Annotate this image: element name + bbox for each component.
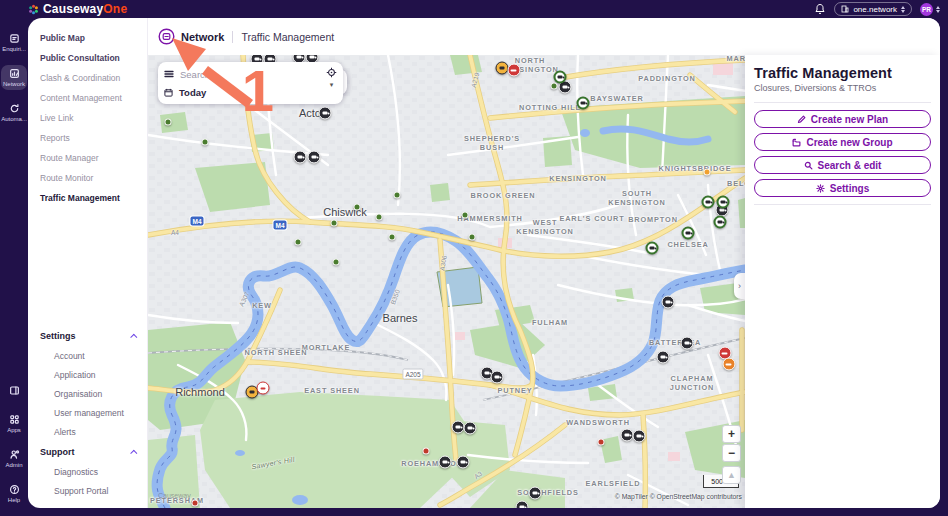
menu-hamburger-icon[interactable] [164, 69, 174, 79]
map-marker-dark[interactable] [464, 422, 477, 435]
compass-reset-button[interactable]: ▲ [722, 466, 741, 484]
map-marker-dot[interactable] [192, 500, 199, 507]
map-marker-dot[interactable] [389, 234, 396, 241]
sidebar-item-live-link[interactable]: Live Link [28, 108, 147, 128]
map-marker-dark[interactable] [529, 487, 542, 500]
notifications-bell-icon[interactable] [814, 3, 826, 15]
map-search-panel: Today ▾ [158, 62, 343, 104]
map-marker-dark[interactable] [319, 107, 332, 120]
sidebar-main-list: Public MapPublic ConsultationClash & Coo… [28, 28, 147, 208]
apps-icon [9, 414, 20, 425]
support-section-header[interactable]: Support [28, 441, 147, 462]
map-marker-orangeban[interactable] [723, 358, 736, 371]
map-marker-dark[interactable] [662, 296, 675, 309]
sidebar-item-clash-coordination[interactable]: Clash & Coordination [28, 68, 147, 88]
map-marker-green[interactable] [702, 196, 715, 209]
date-dropdown-caret[interactable]: ▾ [330, 82, 334, 88]
sidebar-item-network[interactable]: Network [1, 65, 27, 90]
sidebar-item-admin[interactable]: Admin [1, 446, 27, 471]
settings-button[interactable]: Settings [754, 179, 931, 197]
map-marker-dot[interactable] [202, 139, 209, 146]
causeway-one-logo[interactable]: CausewayOne [28, 2, 127, 16]
map-marker-dot[interactable] [394, 192, 401, 199]
map-marker-green[interactable] [717, 196, 730, 209]
map-marker-dark[interactable] [681, 337, 694, 350]
map-marker-green[interactable] [577, 97, 590, 110]
sidebar-item-enquiries[interactable]: Enquiri... [1, 30, 27, 55]
automations-icon [9, 103, 20, 114]
settings-item-organisation[interactable]: Organisation [28, 384, 147, 403]
sidebar-item-content-management[interactable]: Content Management [28, 88, 147, 108]
support-item-diagnostics[interactable]: Diagnostics [28, 462, 147, 481]
map-marker-dark[interactable] [308, 151, 321, 164]
map-marker-dot[interactable] [469, 234, 476, 241]
breadcrumb-section[interactable]: Network [181, 31, 224, 43]
map-marker-green[interactable] [714, 216, 727, 229]
gear-icon [816, 184, 825, 193]
map-marker-dark[interactable] [516, 501, 529, 509]
sidebar-item-reports[interactable]: Reports [28, 128, 147, 148]
map-marker-dark[interactable] [294, 151, 307, 164]
collapse-sidebar-button[interactable] [1, 382, 27, 399]
main-surface: Public MapPublic ConsultationClash & Coo… [28, 18, 940, 508]
user-menu[interactable]: PR [920, 3, 940, 16]
search-input[interactable] [180, 69, 300, 80]
settings-item-application[interactable]: Application [28, 365, 147, 384]
zoom-in-button[interactable]: + [722, 425, 741, 443]
map-marker-dark[interactable] [439, 456, 452, 469]
organisation-switcher[interactable]: one.network [834, 2, 912, 16]
settings-item-user-management[interactable]: User management [28, 403, 147, 422]
zoom-out-button[interactable]: − [722, 444, 741, 462]
map-marker-dark[interactable] [457, 456, 470, 469]
map-marker-dot[interactable] [333, 259, 340, 266]
map-tiles [148, 55, 745, 508]
sidebar-item-apps[interactable]: Apps [1, 411, 27, 436]
support-item-support-portal[interactable]: Support Portal [28, 481, 147, 500]
create-new-group-button[interactable]: Create new Group [754, 133, 931, 151]
map-marker-dark[interactable] [633, 430, 646, 443]
sidebar-item-route-manager[interactable]: Route Manager [28, 148, 147, 168]
map-marker-dot[interactable] [598, 439, 605, 446]
calendar-icon [164, 88, 173, 97]
map-marker-dark[interactable] [491, 371, 504, 384]
network-module-icon[interactable] [158, 28, 175, 45]
sidebar-item-traffic-management[interactable]: Traffic Management [28, 188, 147, 208]
settings-item-account[interactable]: Account [28, 346, 147, 365]
map-marker-green[interactable] [682, 227, 695, 240]
settings-section-header[interactable]: Settings [28, 325, 147, 346]
map-marker-dot[interactable] [331, 220, 338, 227]
sidebar-item-public-consultation[interactable]: Public Consultation [28, 48, 147, 68]
chevron-up-icon [130, 449, 137, 456]
date-filter-value[interactable]: Today [179, 87, 206, 98]
map-attribution: © MapTiler © OpenStreetMap contributors [615, 493, 742, 500]
locate-crosshair-icon[interactable] [326, 67, 337, 78]
map-marker-dot[interactable] [165, 119, 172, 126]
map-marker-green[interactable] [554, 71, 567, 84]
sidebar-item-automations[interactable]: Automa... [1, 100, 27, 125]
panel-expander-chevron[interactable]: › [734, 273, 745, 299]
settings-item-alerts[interactable]: Alerts [28, 422, 147, 441]
map-canvas[interactable]: ActonChiswickBarnesRichmondMARYNORTH KEN… [148, 55, 745, 508]
breadcrumb: Network Traffic Management [148, 18, 940, 55]
sidebar-menu: Public MapPublic ConsultationClash & Coo… [28, 18, 148, 508]
map-marker-dot[interactable] [462, 212, 469, 219]
map-marker-whiteban[interactable] [257, 382, 270, 395]
building-icon [841, 5, 849, 13]
breadcrumb-divider [232, 31, 233, 43]
map-marker-dot[interactable] [551, 83, 558, 90]
sidebar-item-help[interactable]: Help [1, 481, 27, 506]
create-new-plan-button[interactable]: Create new Plan [754, 110, 931, 128]
map-marker-redban[interactable] [508, 64, 521, 77]
sidebar-item-route-monitor[interactable]: Route Monitor [28, 168, 147, 188]
map-marker-dark[interactable] [657, 351, 670, 364]
sidebar-item-public-map[interactable]: Public Map [28, 28, 147, 48]
map-marker-dot[interactable] [704, 169, 711, 176]
search-and-edit-button[interactable]: Search & edit [754, 156, 931, 174]
map-marker-dot[interactable] [295, 239, 302, 246]
map-marker-yellow[interactable] [496, 62, 509, 75]
chevron-updown-icon [936, 6, 940, 13]
map-marker-dot[interactable] [376, 214, 383, 221]
map-marker-dot[interactable] [354, 204, 361, 211]
map-marker-dot[interactable] [423, 448, 430, 455]
map-marker-green[interactable] [646, 242, 659, 255]
